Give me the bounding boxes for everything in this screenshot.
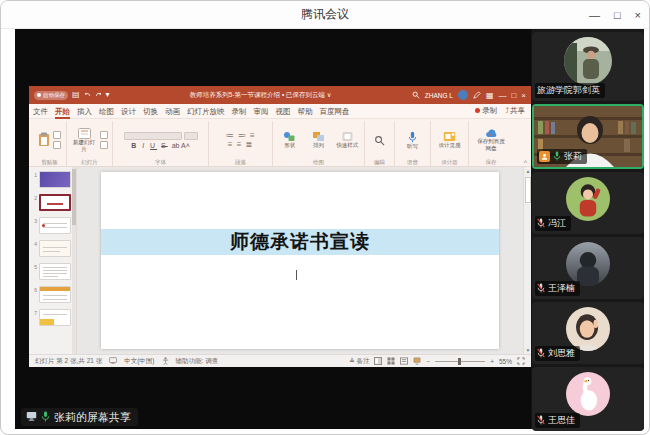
slide-thumbnail[interactable]: 5 bbox=[31, 263, 73, 280]
participant-tile[interactable]: 王思佳 bbox=[532, 367, 644, 431]
fit-to-window-icon[interactable] bbox=[517, 357, 525, 366]
ribbon-display-icon[interactable]: ▦ bbox=[486, 91, 494, 100]
participant-name-tag: 王泽楠 bbox=[535, 281, 580, 296]
record-dot-icon bbox=[475, 108, 480, 113]
dictate-button[interactable]: 听写 bbox=[399, 131, 426, 149]
ppt-share-button[interactable]: ⤴共享 bbox=[505, 106, 525, 116]
autosave-toggle[interactable]: 自动保存 bbox=[34, 91, 68, 100]
zoom-level[interactable]: 55% bbox=[499, 358, 512, 365]
slide-thumbnail[interactable]: 1 bbox=[31, 171, 73, 188]
ppt-record-button[interactable]: 录制 bbox=[475, 106, 497, 116]
display-settings-icon[interactable] bbox=[109, 357, 117, 365]
tab-insert[interactable]: 插入 bbox=[77, 104, 92, 119]
tab-design[interactable]: 设计 bbox=[121, 104, 136, 119]
language-indicator[interactable]: 中文(中国) bbox=[124, 357, 154, 366]
maximize-button[interactable]: □ bbox=[614, 9, 621, 21]
tab-draw[interactable]: 绘图 bbox=[99, 104, 114, 119]
thumbnail-scrollbar[interactable] bbox=[72, 167, 76, 354]
participant-name-tag: 王思佳 bbox=[535, 413, 580, 428]
font-format-buttons[interactable]: B I U S ab A˄ bbox=[131, 142, 190, 149]
paste-icon[interactable] bbox=[38, 132, 50, 148]
ribbon-group-editing: 编辑 bbox=[365, 121, 395, 166]
bullets-numbering-icons[interactable]: ≔ ≕ ≡ bbox=[225, 131, 255, 140]
quick-styles-button[interactable]: 快速样式 bbox=[334, 131, 360, 148]
slide-thumbnail[interactable]: 6 bbox=[31, 286, 73, 303]
zoom-out-button[interactable]: − bbox=[426, 358, 430, 365]
tab-transitions[interactable]: 切换 bbox=[143, 104, 158, 119]
participant-name-tag: 冯江 bbox=[535, 216, 571, 231]
participant-tile-active-speaker[interactable]: 张莉 bbox=[532, 104, 644, 169]
quick-access-dropdown-icon[interactable]: ▾ bbox=[106, 91, 110, 99]
save-to-baidu-button[interactable]: 保存到百度网盘 bbox=[477, 129, 505, 151]
mic-muted-icon bbox=[537, 218, 545, 230]
cut-icon[interactable] bbox=[53, 131, 61, 139]
participant-tile[interactable]: 旅游学院郭剑英 bbox=[532, 32, 644, 101]
tab-baidu-netdisk[interactable]: 百度网盘 bbox=[320, 104, 350, 119]
ribbon-group-paragraph: ≔ ≕ ≡ ≡ ≡ ≣ 段落 bbox=[209, 121, 273, 166]
ppt-restore-button[interactable]: □ bbox=[511, 91, 516, 100]
ppt-search-icon[interactable] bbox=[412, 91, 420, 100]
participant-name-tag: 刘思雅 bbox=[535, 346, 580, 361]
slide-thumbnail-panel: 1 2 3 4 bbox=[29, 167, 77, 354]
slide[interactable]: 师德承诺书宣读 bbox=[101, 172, 499, 349]
slide-thumbnail[interactable]: 3 bbox=[31, 217, 73, 234]
slide-title-band: 师德承诺书宣读 bbox=[101, 229, 499, 255]
ppt-minimize-button[interactable]: — bbox=[498, 91, 506, 100]
slideshow-view-icon[interactable] bbox=[413, 357, 421, 366]
copy-icon[interactable] bbox=[53, 141, 61, 149]
close-button[interactable]: × bbox=[635, 9, 641, 21]
collapse-ribbon-icon[interactable]: ^ bbox=[524, 159, 527, 166]
save-icon[interactable]: ▤ bbox=[72, 91, 80, 99]
notes-button[interactable]: ≜ 备注 bbox=[349, 357, 369, 366]
tab-record[interactable]: 录制 bbox=[232, 104, 247, 119]
slide-scrollbar[interactable]: ▲ ▼ bbox=[523, 167, 531, 354]
arrange-button[interactable]: 排列 bbox=[306, 131, 332, 148]
tab-slideshow[interactable]: 幻灯片放映 bbox=[187, 104, 225, 119]
mic-muted-icon bbox=[537, 348, 545, 360]
font-size-box[interactable] bbox=[184, 132, 198, 140]
new-slide-button[interactable]: 新建幻灯片 bbox=[71, 128, 97, 152]
mic-on-icon bbox=[41, 411, 50, 424]
participant-tile[interactable]: 冯江 bbox=[532, 172, 644, 234]
slide-thumbnail[interactable]: 7 bbox=[31, 309, 73, 326]
tab-view[interactable]: 视图 bbox=[276, 104, 291, 119]
account-avatar[interactable] bbox=[458, 90, 468, 100]
slide-title[interactable]: 师德承诺书宣读 bbox=[230, 229, 370, 255]
accessibility-status[interactable]: 辅助功能: 调查 bbox=[176, 357, 219, 366]
tab-file[interactable]: 文件 bbox=[33, 104, 48, 119]
redo-icon[interactable] bbox=[95, 91, 102, 100]
tab-animations[interactable]: 动画 bbox=[165, 104, 180, 119]
design-ideas-button[interactable]: 设计灵感 bbox=[436, 131, 464, 148]
toggle-dot-icon bbox=[37, 93, 41, 97]
shapes-button[interactable]: 形状 bbox=[277, 131, 303, 148]
participant-tile[interactable]: 刘思雅 bbox=[532, 302, 644, 364]
alignment-icons[interactable]: ≡ ≡ ≣ bbox=[228, 140, 253, 149]
layout-icon[interactable] bbox=[100, 131, 108, 139]
font-name-box[interactable] bbox=[124, 132, 182, 140]
zoom-in-button[interactable]: + bbox=[490, 358, 494, 365]
screen-share-label: 张莉的屏幕共享 bbox=[54, 410, 131, 425]
pen-icon[interactable] bbox=[473, 91, 481, 100]
find-button[interactable] bbox=[369, 135, 390, 146]
zoom-slider[interactable] bbox=[435, 361, 485, 362]
normal-view-icon[interactable] bbox=[374, 357, 382, 366]
reset-icon[interactable] bbox=[100, 141, 108, 149]
slide-counter: 幻灯片 第 2 张,共 21 张 bbox=[35, 357, 102, 366]
mic-muted-icon bbox=[537, 283, 545, 295]
tab-home[interactable]: 开始 bbox=[55, 104, 70, 119]
minimize-button[interactable]: — bbox=[589, 9, 600, 21]
participant-tile[interactable]: 王泽楠 bbox=[532, 237, 644, 299]
ppt-close-button[interactable]: × bbox=[521, 91, 526, 100]
ppt-doc-title[interactable]: 教师培养系列5-第一节课程介绍 • 已保存到云端 ∨ bbox=[114, 91, 408, 100]
slide-thumbnail[interactable]: 4 bbox=[31, 240, 73, 257]
slide-thumbnail-selected[interactable]: 2 bbox=[31, 194, 73, 211]
undo-icon[interactable] bbox=[84, 91, 91, 100]
mic-muted-icon bbox=[537, 415, 545, 427]
tab-help[interactable]: 帮助 bbox=[298, 104, 313, 119]
account-name[interactable]: ZHANG L bbox=[425, 92, 453, 99]
tab-review[interactable]: 审阅 bbox=[254, 104, 269, 119]
slide-sorter-view-icon[interactable] bbox=[387, 357, 395, 366]
ribbon-group-slides: 新建幻灯片 幻灯片 bbox=[67, 121, 113, 166]
reading-view-icon[interactable] bbox=[400, 357, 408, 366]
screen-share-overlay[interactable]: 张莉的屏幕共享 bbox=[21, 408, 138, 426]
